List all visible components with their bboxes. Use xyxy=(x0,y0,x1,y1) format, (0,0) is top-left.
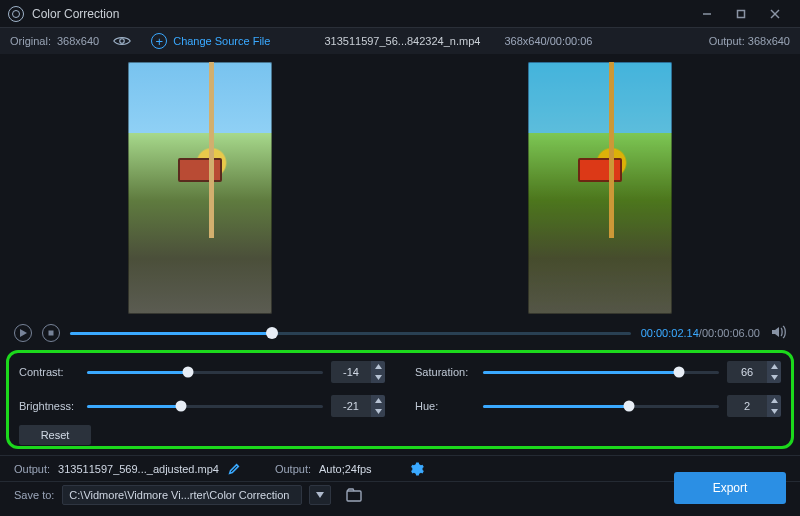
info-bar: Original: 368x640 + Change Source File 3… xyxy=(0,28,800,54)
brightness-down[interactable] xyxy=(371,406,385,417)
hue-down[interactable] xyxy=(767,406,781,417)
output-settings-icon[interactable] xyxy=(410,462,424,476)
hue-row: Hue: 2 xyxy=(415,395,781,417)
contrast-spinner[interactable]: -14 xyxy=(331,361,385,383)
saturation-label: Saturation: xyxy=(415,366,475,378)
brightness-label: Brightness: xyxy=(19,400,79,412)
app-logo-icon xyxy=(8,6,24,22)
output-label: Output: xyxy=(709,35,745,47)
svg-marker-13 xyxy=(771,398,778,403)
saturation-slider[interactable] xyxy=(483,371,719,374)
save-path-dropdown[interactable] xyxy=(309,485,331,505)
original-dimensions: 368x640 xyxy=(57,35,99,47)
svg-rect-6 xyxy=(49,331,54,336)
play-button[interactable] xyxy=(14,324,32,342)
saturation-value: 66 xyxy=(727,361,767,383)
output-preview xyxy=(400,58,800,318)
contrast-up[interactable] xyxy=(371,361,385,372)
open-folder-button[interactable] xyxy=(343,485,365,505)
output-format-value: Auto;24fps xyxy=(319,463,372,475)
contrast-value: -14 xyxy=(331,361,371,383)
export-button[interactable]: Export xyxy=(674,472,786,504)
timeline-thumb[interactable] xyxy=(266,327,278,339)
output-thumbnail xyxy=(528,62,672,314)
plus-icon: + xyxy=(151,33,167,49)
contrast-down[interactable] xyxy=(371,372,385,383)
svg-marker-11 xyxy=(375,398,382,403)
brightness-up[interactable] xyxy=(371,395,385,406)
brightness-value: -21 xyxy=(331,395,371,417)
reset-button[interactable]: Reset xyxy=(19,425,91,445)
contrast-label: Contrast: xyxy=(19,366,79,378)
change-source-label: Change Source File xyxy=(173,35,270,47)
duration-time: 00:00:06.00 xyxy=(702,327,760,339)
svg-marker-10 xyxy=(771,375,778,380)
save-row: Save to: C:\Vidmore\Vidmore Vi...rter\Co… xyxy=(0,481,800,507)
change-source-button[interactable]: + Change Source File xyxy=(151,33,270,49)
source-meta: 368x640/00:00:06 xyxy=(504,35,592,47)
svg-marker-12 xyxy=(375,409,382,414)
volume-button[interactable] xyxy=(770,324,786,342)
output-file-name: 313511597_569..._adjusted.mp4 xyxy=(58,463,219,475)
app-title: Color Correction xyxy=(32,7,119,21)
svg-marker-7 xyxy=(375,364,382,369)
saturation-down[interactable] xyxy=(767,372,781,383)
output-file-label: Output: xyxy=(14,463,50,475)
contrast-slider[interactable] xyxy=(87,371,323,374)
preview-toggle-icon[interactable] xyxy=(113,35,131,47)
original-label: Original: xyxy=(10,35,51,47)
svg-marker-5 xyxy=(20,329,27,337)
source-file-name: 313511597_56...842324_n.mp4 xyxy=(324,35,480,47)
svg-point-4 xyxy=(120,39,125,44)
svg-marker-15 xyxy=(316,492,324,498)
hue-slider[interactable] xyxy=(483,405,719,408)
svg-marker-8 xyxy=(375,375,382,380)
timeline: 00:00:02.14/00:00:06.00 xyxy=(0,322,800,344)
current-time: 00:00:02.14 xyxy=(641,327,699,339)
save-path-text: C:\Vidmore\Vidmore Vi...rter\Color Corre… xyxy=(69,489,289,501)
hue-label: Hue: xyxy=(415,400,475,412)
saturation-up[interactable] xyxy=(767,361,781,372)
preview-row xyxy=(0,54,800,322)
svg-rect-16 xyxy=(347,491,361,501)
save-path-field[interactable]: C:\Vidmore\Vidmore Vi...rter\Color Corre… xyxy=(62,485,302,505)
svg-marker-14 xyxy=(771,409,778,414)
timeline-time: 00:00:02.14/00:00:06.00 xyxy=(641,327,760,339)
hue-up[interactable] xyxy=(767,395,781,406)
edit-output-name-icon[interactable] xyxy=(227,462,241,476)
title-bar: Color Correction xyxy=(0,0,800,28)
hue-value: 2 xyxy=(727,395,767,417)
svg-marker-9 xyxy=(771,364,778,369)
save-to-label: Save to: xyxy=(14,489,54,501)
brightness-spinner[interactable]: -21 xyxy=(331,395,385,417)
original-preview xyxy=(0,58,400,318)
window-minimize-button[interactable] xyxy=(690,4,724,24)
contrast-row: Contrast: -14 xyxy=(19,361,385,383)
window-close-button[interactable] xyxy=(758,4,792,24)
original-thumbnail xyxy=(128,62,272,314)
brightness-slider[interactable] xyxy=(87,405,323,408)
adjustments-panel: Contrast: -14 Saturation: 66 Brightness:… xyxy=(6,350,794,449)
output-dimensions: 368x640 xyxy=(748,35,790,47)
saturation-row: Saturation: 66 xyxy=(415,361,781,383)
brightness-row: Brightness: -21 xyxy=(19,395,385,417)
svg-rect-1 xyxy=(738,10,745,17)
hue-spinner[interactable]: 2 xyxy=(727,395,781,417)
stop-button[interactable] xyxy=(42,324,60,342)
timeline-slider[interactable] xyxy=(70,332,631,335)
saturation-spinner[interactable]: 66 xyxy=(727,361,781,383)
window-maximize-button[interactable] xyxy=(724,4,758,24)
output-format-label: Output: xyxy=(275,463,311,475)
